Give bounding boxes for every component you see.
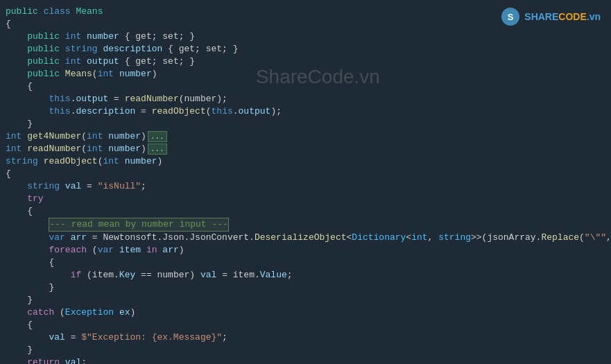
line-20: foreach (var item in arr) bbox=[0, 244, 611, 257]
line-15-text: string val = "isNull"; bbox=[6, 180, 605, 193]
line-12: int readNumber(int number)... bbox=[0, 143, 611, 155]
logo: S SHARECODE.vn bbox=[501, 7, 601, 26]
line-16-text: try bbox=[6, 193, 605, 205]
line-24-text: } bbox=[6, 294, 605, 306]
line-14-text: { bbox=[6, 168, 605, 180]
line-5: public int output { get; set; } bbox=[0, 55, 611, 68]
logo-text: SHARECODE.vn bbox=[524, 11, 601, 22]
line-26-text: { bbox=[6, 319, 605, 331]
line-11-text: int get4Number(int number)... bbox=[6, 130, 605, 143]
line-15: string val = "isNull"; bbox=[0, 180, 611, 193]
line-6: public Means(int number) bbox=[0, 68, 611, 80]
line-6-text: public Means(int number) bbox=[6, 68, 605, 80]
line-9: this.description = readObject(this.outpu… bbox=[0, 105, 611, 118]
line-14: { bbox=[0, 168, 611, 180]
code-container: S SHARECODE.vn ShareCode.vn public class… bbox=[0, 0, 611, 364]
line-23: } bbox=[0, 281, 611, 294]
line-19-text: var arr = Newtonsoft.Json.JsonConvert.De… bbox=[6, 232, 611, 244]
line-3: public int number { get; set; } bbox=[0, 31, 611, 43]
line-22: if (item.Key == number) val = item.Value… bbox=[0, 269, 611, 281]
line-28-text: } bbox=[6, 344, 605, 356]
line-3-text: public int number { get; set; } bbox=[6, 31, 605, 43]
code-lines: public class Means { public int number {… bbox=[0, 6, 611, 364]
line-13: string readObject(int number) bbox=[0, 155, 611, 168]
line-22-text: if (item.Key == number) val = item.Value… bbox=[6, 269, 605, 281]
line-19: var arr = Newtonsoft.Json.JsonConvert.De… bbox=[0, 232, 611, 244]
line-25-text: catch (Exception ex) bbox=[6, 306, 605, 319]
line-16: try bbox=[0, 193, 611, 205]
line-29-text: return val; bbox=[6, 356, 605, 364]
line-4: public string description { get; set; } bbox=[0, 43, 611, 55]
line-10: } bbox=[0, 118, 611, 130]
logo-icon: S bbox=[501, 7, 520, 26]
line-21-text: { bbox=[6, 257, 605, 269]
line-4-text: public string description { get; set; } bbox=[6, 43, 605, 55]
line-27-text: val = $"Exception: {ex.Message}"; bbox=[6, 331, 605, 344]
line-18-text: --- read mean by number input --- bbox=[6, 218, 605, 232]
line-25: catch (Exception ex) bbox=[0, 306, 611, 319]
line-26: { bbox=[0, 319, 611, 331]
line-23-text: } bbox=[6, 281, 605, 294]
line-17: { bbox=[0, 205, 611, 218]
line-5-text: public int output { get; set; } bbox=[6, 55, 605, 68]
line-8: this.output = readNumber(number); bbox=[0, 93, 611, 105]
line-20-text: foreach (var item in arr) bbox=[6, 244, 605, 257]
line-24: } bbox=[0, 294, 611, 306]
line-18: --- read mean by number input --- bbox=[0, 218, 611, 232]
line-12-text: int readNumber(int number)... bbox=[6, 143, 605, 155]
line-17-text: { bbox=[6, 205, 605, 218]
svg-text:S: S bbox=[508, 12, 514, 22]
line-10-text: } bbox=[6, 118, 605, 130]
line-27: val = $"Exception: {ex.Message}"; bbox=[0, 331, 611, 344]
line-7-text: { bbox=[6, 80, 605, 93]
line-13-text: string readObject(int number) bbox=[6, 155, 605, 168]
line-8-text: this.output = readNumber(number); bbox=[6, 93, 605, 105]
line-11: int get4Number(int number)... bbox=[0, 130, 611, 143]
line-9-text: this.description = readObject(this.outpu… bbox=[6, 105, 605, 118]
line-7: { bbox=[0, 80, 611, 93]
line-21: { bbox=[0, 257, 611, 269]
line-28: } bbox=[0, 344, 611, 356]
line-29: return val; bbox=[0, 356, 611, 364]
